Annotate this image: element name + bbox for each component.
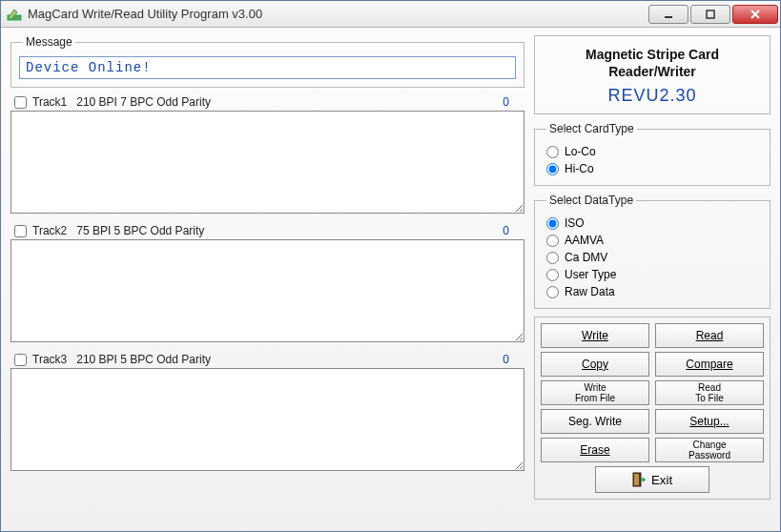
track3-checkbox[interactable] bbox=[14, 354, 27, 366]
cardtype-loco[interactable]: Lo-Co bbox=[546, 145, 760, 158]
message-field[interactable] bbox=[19, 56, 516, 79]
datatype-rawdata-radio[interactable] bbox=[546, 286, 559, 298]
track2-input[interactable] bbox=[10, 239, 524, 342]
track2-checkbox[interactable] bbox=[14, 225, 27, 237]
datatype-usertype-radio[interactable] bbox=[546, 269, 559, 281]
svg-rect-2 bbox=[707, 10, 714, 18]
track1-name: Track1 bbox=[32, 95, 67, 109]
cardtype-hico-radio[interactable] bbox=[546, 163, 559, 175]
track2-count: 0 bbox=[503, 224, 521, 237]
info-box: Magnetic Stripe Card Reader/Writer REVU2… bbox=[534, 35, 771, 114]
datatype-legend: Select DataType bbox=[546, 194, 636, 207]
titlebar: MagCard Write/Read Utility Program v3.00 bbox=[1, 1, 780, 28]
track1-header: Track1 210 BPI 7 BPC Odd Parity 0 bbox=[10, 93, 524, 111]
datatype-group: Select DataType ISO AAMVA Ca DMV bbox=[534, 194, 771, 309]
right-column: Magnetic Stripe Card Reader/Writer REVU2… bbox=[534, 35, 771, 522]
button-panel: Write Read Copy Compare WriteFrom File R… bbox=[534, 317, 771, 500]
datatype-rawdata-label: Raw Data bbox=[565, 285, 615, 298]
left-column: Message Track1 210 BPI 7 BPC Odd Parity … bbox=[10, 35, 524, 522]
exit-button[interactable]: Exit bbox=[595, 466, 709, 493]
erase-button[interactable]: Erase bbox=[541, 438, 649, 462]
datatype-radios: ISO AAMVA Ca DMV User Type bbox=[543, 215, 762, 300]
cardtype-hico[interactable]: Hi-Co bbox=[546, 162, 760, 175]
track2-header: Track2 75 BPI 5 BPC Odd Parity 0 bbox=[10, 222, 524, 239]
track3-count: 0 bbox=[503, 353, 521, 366]
cardtype-legend: Select CardType bbox=[546, 122, 637, 135]
datatype-cadmv-label: Ca DMV bbox=[565, 251, 607, 264]
datatype-iso-radio[interactable] bbox=[546, 217, 559, 230]
read-button[interactable]: Read bbox=[655, 323, 764, 348]
cardtype-group: Select CardType Lo-Co Hi-Co bbox=[534, 122, 771, 186]
datatype-cadmv-radio[interactable] bbox=[546, 252, 559, 264]
track3-input[interactable] bbox=[10, 368, 524, 471]
datatype-usertype-label: User Type bbox=[565, 268, 616, 281]
device-title-line1: Magnetic Stripe Card bbox=[543, 46, 762, 63]
cardtype-hico-label: Hi-Co bbox=[565, 162, 594, 175]
message-legend: Message bbox=[23, 35, 75, 49]
svg-rect-4 bbox=[634, 474, 639, 485]
datatype-aamva-label: AAMVA bbox=[565, 234, 604, 247]
compare-button[interactable]: Compare bbox=[655, 352, 764, 377]
track3-section: Track3 210 BPI 5 BPC Odd Parity 0 bbox=[10, 351, 524, 474]
write-from-file-button[interactable]: WriteFrom File bbox=[541, 380, 649, 405]
client-area: Message Track1 210 BPI 7 BPC Odd Parity … bbox=[1, 28, 780, 531]
track3-name: Track3 bbox=[32, 353, 67, 366]
read-to-file-button[interactable]: ReadTo File bbox=[655, 380, 764, 405]
exit-icon bbox=[632, 472, 646, 487]
seg-write-button[interactable]: Seg. Write bbox=[541, 409, 649, 434]
svg-rect-1 bbox=[665, 16, 672, 18]
close-button[interactable] bbox=[732, 5, 778, 24]
window-controls bbox=[648, 5, 778, 24]
exit-label: Exit bbox=[651, 473, 672, 487]
minimize-button[interactable] bbox=[648, 5, 689, 24]
datatype-cadmv[interactable]: Ca DMV bbox=[546, 251, 760, 264]
track1-checkbox[interactable] bbox=[14, 96, 27, 109]
app-icon bbox=[7, 7, 22, 22]
cardtype-loco-radio[interactable] bbox=[546, 146, 559, 158]
window-title: MagCard Write/Read Utility Program v3.00 bbox=[28, 7, 648, 21]
track1-input[interactable] bbox=[10, 111, 524, 214]
track1-spec: 210 BPI 7 BPC Odd Parity bbox=[76, 95, 503, 109]
datatype-iso[interactable]: ISO bbox=[546, 216, 760, 230]
setup-button[interactable]: Setup... bbox=[655, 409, 764, 434]
revision-label: REVU2.30 bbox=[543, 86, 762, 106]
change-password-button[interactable]: ChangePassword bbox=[655, 438, 764, 462]
track1-count: 0 bbox=[503, 95, 521, 109]
cardtype-loco-label: Lo-Co bbox=[565, 145, 596, 158]
track1-section: Track1 210 BPI 7 BPC Odd Parity 0 bbox=[10, 93, 524, 216]
write-button[interactable]: Write bbox=[541, 323, 649, 348]
device-title-line2: Reader/Writer bbox=[543, 63, 762, 80]
track3-spec: 210 BPI 5 BPC Odd Parity bbox=[76, 353, 503, 366]
copy-button[interactable]: Copy bbox=[541, 352, 649, 377]
track2-section: Track2 75 BPI 5 BPC Odd Parity 0 bbox=[10, 222, 524, 345]
datatype-iso-label: ISO bbox=[565, 216, 585, 230]
datatype-aamva-radio[interactable] bbox=[546, 235, 559, 247]
app-window: MagCard Write/Read Utility Program v3.00… bbox=[0, 0, 781, 532]
message-group: Message bbox=[10, 35, 524, 88]
datatype-usertype[interactable]: User Type bbox=[546, 268, 760, 281]
datatype-aamva[interactable]: AAMVA bbox=[546, 234, 760, 247]
track2-spec: 75 BPI 5 BPC Odd Parity bbox=[76, 224, 503, 237]
maximize-button[interactable] bbox=[690, 5, 730, 24]
cardtype-radios: Lo-Co Hi-Co bbox=[543, 143, 762, 177]
datatype-rawdata[interactable]: Raw Data bbox=[546, 285, 760, 298]
track2-name: Track2 bbox=[32, 224, 67, 237]
track3-header: Track3 210 BPI 5 BPC Odd Parity 0 bbox=[10, 351, 524, 368]
